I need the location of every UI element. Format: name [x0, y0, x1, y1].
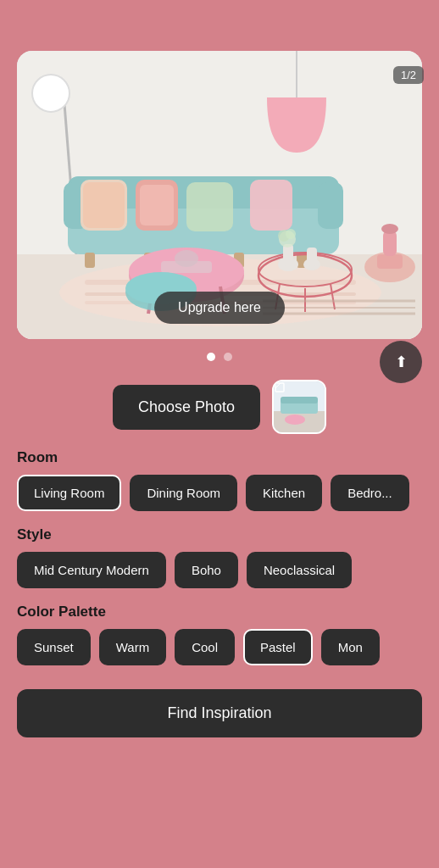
svg-point-28: [175, 250, 198, 267]
dot-2: [224, 353, 232, 361]
svg-rect-13: [85, 253, 95, 268]
svg-point-8: [32, 75, 69, 112]
svg-point-54: [285, 415, 305, 425]
svg-rect-42: [377, 254, 403, 269]
chip-midcentury[interactable]: Mid Century Modern: [17, 552, 166, 588]
svg-rect-37: [307, 248, 317, 266]
svg-point-40: [286, 229, 296, 239]
chip-neoclassical[interactable]: Neoclassical: [247, 552, 352, 588]
chip-kitchen[interactable]: Kitchen: [246, 475, 322, 511]
chip-mon[interactable]: Mon: [321, 629, 380, 665]
svg-rect-18: [83, 182, 125, 228]
room-thumbnail[interactable]: [272, 380, 326, 434]
choose-photo-row: Choose Photo: [17, 380, 422, 434]
svg-rect-22: [250, 180, 292, 231]
main-image-area: Upgrade here: [17, 51, 422, 339]
chip-dining-room[interactable]: Dining Room: [130, 475, 237, 511]
style-section-label: Style: [17, 526, 422, 543]
dot-1: [207, 353, 215, 361]
svg-point-44: [381, 224, 398, 234]
chip-pastel[interactable]: Pastel: [243, 629, 313, 665]
chip-sunset[interactable]: Sunset: [17, 629, 91, 665]
share-button[interactable]: ⬆: [380, 341, 422, 383]
color-chips-row: Sunset Warm Cool Pastel Mon: [0, 629, 439, 665]
upgrade-button[interactable]: Upgrade here: [154, 292, 285, 324]
chip-cool[interactable]: Cool: [175, 629, 235, 665]
svg-rect-12: [318, 182, 343, 229]
color-palette-section-label: Color Palette: [17, 604, 422, 620]
chip-warm[interactable]: Warm: [99, 629, 166, 665]
chip-boho[interactable]: Boho: [175, 552, 238, 588]
room-section-label: Room: [17, 449, 422, 466]
svg-rect-53: [281, 397, 318, 403]
svg-rect-21: [186, 182, 233, 231]
choose-photo-button[interactable]: Choose Photo: [113, 385, 260, 430]
chip-bedroom[interactable]: Bedro...: [331, 475, 409, 511]
svg-rect-20: [140, 185, 174, 225]
style-chips-row: Mid Century Modern Boho Neoclassical: [0, 552, 439, 588]
find-inspiration-button[interactable]: Find Inspiration: [17, 689, 422, 737]
svg-rect-43: [383, 231, 397, 256]
room-chips-row: Living Room Dining Room Kitchen Bedro...: [0, 475, 439, 511]
pagination-dots: ⬆: [0, 353, 439, 361]
chip-living-room[interactable]: Living Room: [17, 475, 121, 511]
share-icon: ⬆: [395, 353, 408, 371]
page-counter: 1/2: [393, 66, 424, 84]
